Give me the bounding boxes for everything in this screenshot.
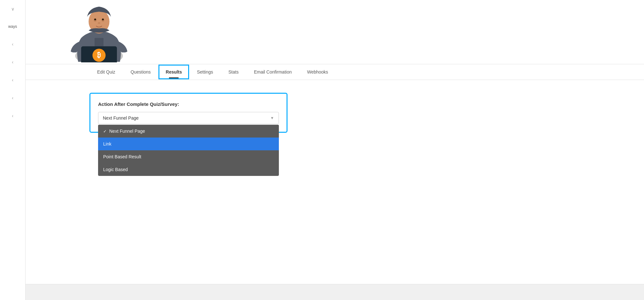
select-display[interactable]: Next Funnel Page ▼ (98, 112, 279, 124)
action-label: Action After Complete Quiz/Survey: (98, 101, 279, 107)
results-section: Action After Complete Quiz/Survey: Next … (26, 80, 644, 284)
tab-questions[interactable]: Questions (123, 64, 158, 80)
hacker-illustration: ₿ THE SAT STACKER (51, 0, 147, 64)
sidebar-top-chevron[interactable]: ∨ (11, 6, 14, 12)
tab-webhooks[interactable]: Webhooks (299, 64, 336, 80)
main-content: ₿ THE SAT STACKER (26, 0, 644, 300)
dropdown-item-next-funnel-page[interactable]: ✓ Next Funnel Page (98, 125, 279, 138)
sidebar-chevron-4[interactable]: ‹ (12, 95, 13, 100)
svg-point-11 (94, 19, 96, 20)
select-value: Next Funnel Page (103, 115, 139, 121)
dropdown-item-label: Link (103, 141, 111, 146)
svg-text:₿: ₿ (97, 51, 101, 59)
tab-results[interactable]: Results (158, 65, 189, 79)
sidebar: ∨ ways ‹ ‹ ‹ ‹ ‹ (0, 0, 26, 300)
svg-point-12 (102, 19, 104, 20)
select-container: Next Funnel Page ▼ ✓ Next Funnel Page Li… (98, 112, 279, 124)
action-card: Action After Complete Quiz/Survey: Next … (89, 93, 288, 133)
sidebar-chevron-5[interactable]: ‹ (12, 113, 13, 118)
header-image-area: ₿ THE SAT STACKER (26, 0, 644, 64)
bottom-bar (26, 284, 644, 300)
dropdown-item-link[interactable]: Link (98, 138, 279, 150)
checkmark-icon: ✓ (103, 129, 107, 134)
sidebar-chevron-1[interactable]: ‹ (12, 42, 13, 47)
dropdown-menu: ✓ Next Funnel Page Link Point Based Resu… (98, 125, 279, 176)
sidebar-chevron-3[interactable]: ‹ (12, 77, 13, 83)
dropdown-item-logic-based[interactable]: Logic Based (98, 163, 279, 176)
sidebar-ways-label: ways (8, 24, 17, 29)
sidebar-chevron-2[interactable]: ‹ (12, 59, 13, 65)
tab-settings[interactable]: Settings (189, 64, 221, 80)
dropdown-item-label: Point Based Result (103, 154, 141, 159)
select-chevron-down-icon: ▼ (270, 116, 274, 120)
tab-stats[interactable]: Stats (221, 64, 246, 80)
tab-edit-quiz[interactable]: Edit Quiz (89, 64, 123, 80)
svg-point-13 (98, 22, 100, 24)
tabs-bar: Edit Quiz Questions Results Settings Sta… (26, 64, 644, 80)
dropdown-item-label: Logic Based (103, 167, 128, 172)
dropdown-item-label: Next Funnel Page (109, 129, 145, 134)
dropdown-item-point-based[interactable]: Point Based Result (98, 150, 279, 163)
tab-email-confirmation[interactable]: Email Confirmation (246, 64, 299, 80)
